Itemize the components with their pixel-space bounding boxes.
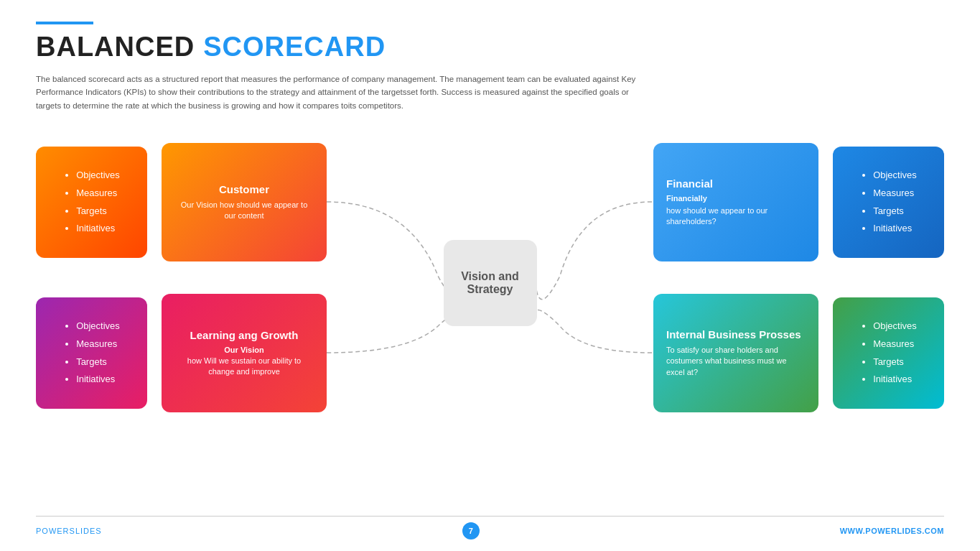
footer-brand-bold: POWER	[36, 527, 70, 535]
diagram: Objectives Measures Targets Initiatives …	[36, 132, 944, 434]
bullet-item: Targets	[873, 203, 917, 221]
bullet-item: Measures	[873, 185, 917, 203]
card-customer-text: Our Vision how should we appear to our c…	[174, 200, 314, 222]
footer-brand-light: SLIDES	[70, 527, 102, 535]
bullet-list-right-top: Objectives Measures Targets Initiatives	[860, 167, 917, 238]
bullet-list-left-bottom: Objectives Measures Targets Initiatives	[63, 318, 120, 389]
card-internal-title: Internal Business Prosses	[666, 328, 801, 341]
bullet-item: Measures	[76, 335, 120, 353]
slide: BALANCED SCORECARD The balanced scorecar…	[0, 0, 980, 551]
description-text: The balanced scorecard acts as a structu…	[36, 73, 653, 112]
bullet-item: Initiatives	[76, 371, 120, 389]
header-accent	[36, 22, 93, 24]
bullet-item: Initiatives	[873, 371, 917, 389]
card-learning: Learning ang Growth Our Vision how Will …	[162, 294, 327, 412]
card-financial-text: how should we appear to our shareholders…	[666, 205, 806, 228]
card-financial-subtitle: Financially	[666, 194, 707, 203]
footer-brand: POWERSLIDES	[36, 527, 102, 535]
bullet-item: Targets	[76, 203, 120, 221]
card-learning-text: how Will we sustain our ability to chang…	[174, 356, 314, 378]
title-balanced: BALANCED	[36, 32, 195, 62]
card-internal: Internal Business Prosses To satisfy our…	[653, 294, 818, 412]
vision-strategy-box: Vision and Strategy	[444, 240, 537, 326]
card-financial: Financial Financially how should we appe…	[653, 143, 818, 261]
bullet-item: Initiatives	[76, 220, 120, 238]
card-bullet-right-bottom: Objectives Measures Targets Initiatives	[833, 297, 944, 409]
footer-page-number: 7	[462, 522, 480, 540]
card-internal-text: To satisfy our share holders and costume…	[666, 345, 806, 378]
title-scorecard: SCORECARD	[203, 32, 386, 62]
bullet-list-right-bottom: Objectives Measures Targets Initiatives	[860, 318, 917, 389]
card-learning-subtitle: Our Vision	[224, 346, 263, 354]
card-financial-title: Financial	[666, 177, 713, 190]
bullet-item: Objectives	[76, 318, 120, 335]
card-learning-title: Learning ang Growth	[190, 329, 299, 341]
card-bullet-right-top: Objectives Measures Targets Initiatives	[833, 147, 944, 258]
bullet-item: Measures	[873, 335, 917, 353]
card-bullet-left-bottom: Objectives Measures Targets Initiatives	[36, 297, 147, 409]
card-customer-title: Customer	[219, 183, 269, 195]
vision-strategy-text: Vision and Strategy	[444, 270, 537, 296]
title-row: BALANCED SCORECARD	[36, 32, 944, 62]
footer: POWERSLIDES 7 WWW.POWERLIDES.COM	[36, 516, 944, 540]
bullet-item: Objectives	[76, 167, 120, 185]
bullet-item: Objectives	[873, 167, 917, 185]
bullet-item: Objectives	[873, 318, 917, 335]
footer-website: WWW.POWERLIDES.COM	[840, 527, 944, 535]
bullet-item: Targets	[76, 353, 120, 371]
card-customer: Customer Our Vision how should we appear…	[162, 143, 327, 261]
bullet-item: Targets	[873, 353, 917, 371]
bullet-item: Initiatives	[873, 220, 917, 238]
card-bullet-left-top: Objectives Measures Targets Initiatives	[36, 147, 147, 258]
bullet-item: Measures	[76, 185, 120, 203]
bullet-list-left-top: Objectives Measures Targets Initiatives	[63, 167, 120, 238]
